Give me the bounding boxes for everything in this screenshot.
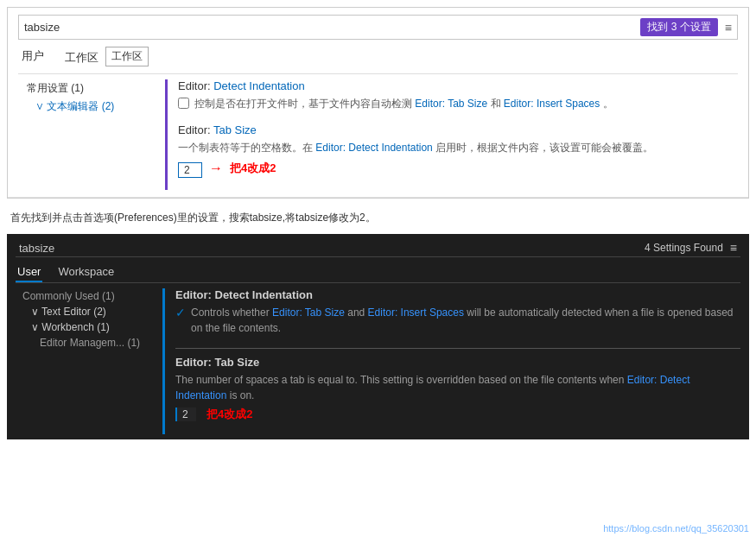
bottom-content: Commonly Used (1) ∨ Text Editor (2) ∨ Wo… bbox=[16, 288, 740, 434]
tab-size-block-top: Editor: Tab Size 一个制表符等于的空格数。在 Editor: D… bbox=[178, 123, 738, 178]
menu-icon-bottom[interactable]: ≡ bbox=[730, 241, 737, 255]
tab-size-link-top[interactable]: Editor: Tab Size bbox=[415, 98, 487, 110]
tab-size-title-top: Editor: Tab Size bbox=[178, 123, 738, 136]
tab-size-block-bottom: Editor: Tab Size The number of spaces a … bbox=[175, 356, 740, 422]
bottom-panel-outer: 4 Settings Found ≡ User Workspace Common… bbox=[7, 234, 749, 439]
insert-spaces-link-bottom[interactable]: Editor: Insert Spaces bbox=[368, 306, 464, 319]
menu-icon-top[interactable]: ≡ bbox=[725, 21, 732, 35]
sidebar-bottom: Commonly Used (1) ∨ Text Editor (2) ∨ Wo… bbox=[16, 288, 154, 434]
tab-size-value-top[interactable]: 2 bbox=[178, 162, 202, 178]
detect-indentation-block-top: Editor: Detect Indentation 控制是否在打开文件时，基于… bbox=[178, 79, 738, 111]
sidebar-top: 常用设置 (1) ∨ 文本编辑器 (2) bbox=[18, 79, 156, 190]
detect-indentation-checkbox-row-bottom: ✓ Controls whether Editor: Tab Size and … bbox=[175, 305, 740, 336]
detect-indentation-desc-top: 控制是否在打开文件时，基于文件内容自动检测 Editor: Tab Size 和… bbox=[194, 96, 613, 111]
tab-workspace-bottom[interactable]: Workspace bbox=[56, 262, 116, 282]
red-arrow-top: → bbox=[209, 161, 223, 176]
insert-spaces-link-top[interactable]: Editor: Insert Spaces bbox=[504, 98, 600, 110]
search-input-top[interactable] bbox=[24, 21, 640, 34]
detect-indentation-title-bottom: Editor: Detect Indentation bbox=[175, 288, 740, 301]
sidebar-item-common-top[interactable]: 常用设置 (1) bbox=[18, 79, 156, 98]
sidebar-item-texteditor-bottom[interactable]: ∨ Text Editor (2) bbox=[16, 304, 154, 319]
detect-indentation-desc-bottom: Controls whether Editor: Tab Size and Ed… bbox=[191, 305, 740, 336]
tab-workspace-top[interactable]: 工作区 工作区 bbox=[61, 45, 152, 73]
tab-size-value-row-top: 2 → 把4改成2 bbox=[178, 159, 738, 178]
tab-size-link-bottom[interactable]: Editor: Tab Size bbox=[272, 306, 345, 319]
found-badge-bottom: 4 Settings Found bbox=[645, 242, 723, 254]
search-bar-bottom: 4 Settings Found ≡ bbox=[16, 239, 740, 257]
tabs-top: 用户 工作区 工作区 bbox=[18, 45, 738, 74]
detect-indentation-checkbox-top[interactable] bbox=[178, 98, 189, 109]
tab-user-bottom[interactable]: User bbox=[16, 262, 42, 282]
instruction-text: 首先找到并点击首选项(Preferences)里的设置，搜索tabsize,将t… bbox=[0, 205, 756, 231]
tab-user-top[interactable]: 用户 bbox=[18, 45, 48, 73]
watermark: https://blog.csdn.net/qq_35620301 bbox=[603, 523, 749, 534]
tab-size-desc-bottom: The number of spaces a tab is equal to. … bbox=[175, 372, 740, 403]
workspace-tooltip: 工作区 bbox=[105, 47, 149, 66]
check-icon-bottom: ✓ bbox=[175, 306, 186, 319]
sidebar-item-workbench-bottom[interactable]: ∨ Workbench (1) bbox=[16, 319, 154, 335]
top-content: 常用设置 (1) ∨ 文本编辑器 (2) Editor: Detect Inde… bbox=[18, 79, 738, 190]
tab-size-title-link-top[interactable]: Tab Size bbox=[213, 123, 257, 136]
detect-indent-link2-top[interactable]: Editor: Detect Indentation bbox=[315, 142, 432, 154]
tab-size-title-bottom: Editor: Tab Size bbox=[175, 356, 740, 369]
found-badge-top: 找到 3 个设置 bbox=[640, 18, 717, 36]
detect-indentation-checkbox-row: 控制是否在打开文件时，基于文件内容自动检测 Editor: Tab Size 和… bbox=[178, 96, 738, 111]
sidebar-item-editormanager-bottom[interactable]: Editor Managem... (1) bbox=[16, 335, 154, 351]
main-panel-bottom: Editor: Detect Indentation ✓ Controls wh… bbox=[162, 288, 740, 434]
search-bar-top: 找到 3 个设置 ≡ bbox=[18, 15, 738, 40]
change-label-top: 把4改成2 bbox=[230, 161, 276, 176]
top-panel: 找到 3 个设置 ≡ 用户 工作区 工作区 常用设置 (1) ∨ 文本编辑器 (… bbox=[7, 7, 749, 199]
search-input-bottom[interactable] bbox=[19, 242, 645, 255]
detect-indentation-title-top: Editor: Detect Indentation bbox=[178, 79, 738, 92]
sidebar-item-texteditor-top[interactable]: ∨ 文本编辑器 (2) bbox=[18, 98, 156, 116]
sidebar-item-common-bottom[interactable]: Commonly Used (1) bbox=[16, 288, 154, 304]
tab-size-value-row-bottom: 2 把4改成2 bbox=[175, 407, 740, 422]
top-settings-panel: 找到 3 个设置 ≡ 用户 工作区 工作区 常用设置 (1) ∨ 文本编辑器 (… bbox=[8, 8, 748, 198]
divider-bottom bbox=[175, 348, 740, 349]
change-label-bottom: 把4改成2 bbox=[206, 407, 252, 422]
tab-size-value-bottom[interactable]: 2 bbox=[175, 407, 196, 421]
detect-indentation-link-top[interactable]: Detect Indentation bbox=[213, 79, 305, 92]
detect-indentation-block-bottom: Editor: Detect Indentation ✓ Controls wh… bbox=[175, 288, 740, 336]
main-panel-top: Editor: Detect Indentation 控制是否在打开文件时，基于… bbox=[165, 79, 738, 190]
tab-size-desc-top: 一个制表符等于的空格数。在 Editor: Detect Indentation… bbox=[178, 140, 738, 155]
bottom-settings-panel: 4 Settings Found ≡ User Workspace Common… bbox=[7, 234, 749, 439]
tabs-bottom: User Workspace bbox=[16, 262, 740, 283]
